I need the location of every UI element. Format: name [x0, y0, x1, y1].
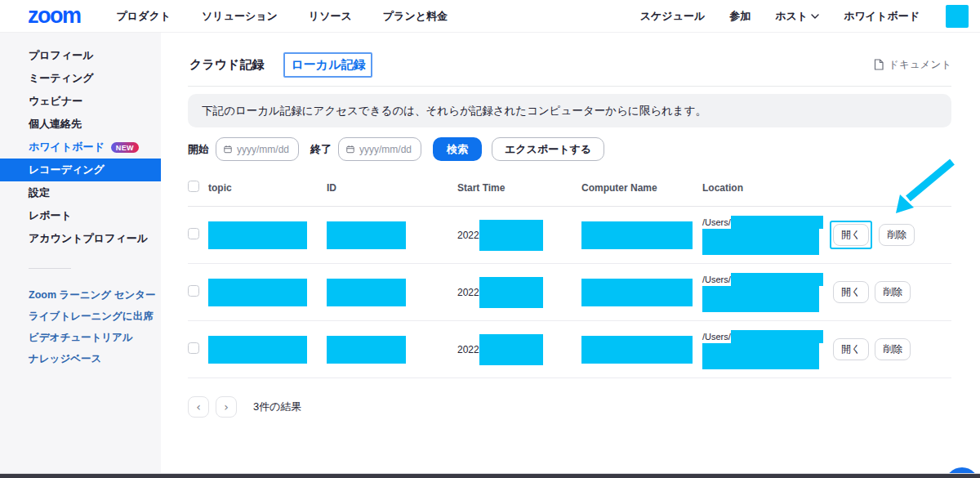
open-button[interactable]: 開く	[833, 224, 869, 246]
nav-whiteboard[interactable]: ホワイトボード	[844, 9, 920, 24]
link-learning-center[interactable]: Zoom ラーニング センター	[0, 284, 161, 305]
sidebar-item-contacts[interactable]: 個人連絡先	[0, 113, 161, 136]
tabs-underline	[188, 86, 951, 87]
nav-host[interactable]: ホスト	[775, 9, 819, 24]
table-row: 2022 /Users/ 開く	[188, 207, 951, 264]
redacted-start-time	[479, 334, 543, 365]
nav-host-label: ホスト	[775, 9, 808, 24]
document-icon	[874, 59, 884, 70]
sidebar-divider	[29, 268, 71, 269]
sidebar-item-label: プロフィール	[29, 48, 94, 63]
row-checkbox[interactable]	[188, 228, 199, 239]
filter-bar: 開始 終了 検索 エクス	[188, 137, 951, 161]
bottom-edge-bar	[0, 473, 980, 478]
sidebar-item-meetings[interactable]: ミーティング	[0, 67, 161, 90]
sidebar-item-webinars[interactable]: ウェビナー	[0, 90, 161, 113]
sidebar-item-account-profile[interactable]: アカウントプロフィール	[0, 227, 161, 250]
sidebar-item-reports[interactable]: レポート	[0, 204, 161, 227]
open-button[interactable]: 開く	[833, 281, 869, 303]
avatar[interactable]	[946, 5, 969, 28]
redacted-location	[702, 286, 819, 312]
row-checkbox[interactable]	[188, 285, 199, 297]
open-button-highlight: 開く	[830, 221, 872, 249]
nav-resources[interactable]: リソース	[309, 9, 352, 24]
redacted-computer-name	[581, 336, 693, 364]
calendar-icon	[346, 144, 354, 154]
end-date-field[interactable]	[359, 144, 413, 155]
sidebar-item-label: レコーディング	[29, 163, 105, 177]
sidebar-item-label: 設定	[29, 185, 50, 200]
sidebar: プロフィール ミーティング ウェビナー 個人連絡先 ホワイトボード NEW レコ…	[0, 33, 161, 478]
start-date-label: 開始	[188, 142, 209, 157]
column-header-topic: topic	[208, 182, 327, 194]
redacted-topic	[208, 221, 307, 249]
redacted-id	[327, 336, 406, 364]
nav-solutions[interactable]: ソリューション	[202, 9, 278, 24]
sidebar-footer-links: Zoom ラーニング センター ライブトレーニングに出席 ビデオチュートリアル …	[0, 284, 161, 369]
location-prefix: /Users/	[702, 330, 731, 343]
sidebar-item-label: ウェビナー	[29, 94, 82, 109]
nav-schedule[interactable]: スケジュール	[640, 9, 706, 24]
location-prefix: /Users/	[702, 273, 731, 286]
link-video-tutorials[interactable]: ビデオチュートリアル	[0, 326, 161, 347]
location-cell: /Users/	[702, 273, 823, 312]
top-nav-left: プロダクト ソリューション リソース プランと料金	[117, 9, 448, 24]
redacted-location	[731, 330, 823, 343]
sidebar-item-label: アカウントプロフィール	[29, 231, 148, 246]
start-date-input[interactable]	[216, 137, 299, 161]
sidebar-item-recordings[interactable]: レコーディング	[0, 159, 161, 181]
select-all-checkbox[interactable]	[188, 181, 199, 192]
redacted-topic	[208, 279, 307, 306]
start-time-prefix: 2022	[457, 287, 479, 298]
end-date-input[interactable]	[338, 137, 421, 161]
search-button[interactable]: 検索	[433, 137, 482, 161]
sidebar-item-label: ホワイトボード	[29, 140, 105, 154]
link-knowledge-base[interactable]: ナレッジベース	[0, 347, 161, 369]
redacted-start-time	[479, 220, 543, 251]
table-header: topic ID Start Time Computer Name Locati…	[188, 181, 951, 207]
next-page-button[interactable]: ›	[216, 396, 237, 418]
table-row: 2022 /Users/ 開く 削除	[188, 321, 951, 378]
sidebar-item-label: ミーティング	[29, 71, 94, 86]
recordings-page: クラウド記録 ローカル記録 ドキュメント 下記のローカル記録にアクセスできるのは…	[161, 33, 980, 478]
delete-button[interactable]: 削除	[879, 224, 915, 246]
results-count: 3件の結果	[253, 400, 302, 414]
end-date-label: 終了	[310, 142, 332, 157]
nav-plans-pricing[interactable]: プランと料金	[383, 9, 448, 24]
open-button[interactable]: 開く	[833, 338, 869, 360]
sidebar-item-label: レポート	[29, 208, 72, 223]
start-time-prefix: 2022	[457, 344, 479, 355]
link-live-training[interactable]: ライブトレーニングに出席	[0, 305, 161, 326]
calendar-icon	[224, 144, 232, 154]
local-recordings-table: topic ID Start Time Computer Name Locati…	[188, 181, 951, 378]
nav-products[interactable]: プロダクト	[117, 9, 172, 24]
start-date-field[interactable]	[237, 144, 291, 155]
delete-button[interactable]: 削除	[875, 338, 911, 360]
location-cell: /Users/	[702, 216, 823, 255]
documentation-link[interactable]: ドキュメント	[874, 58, 951, 72]
chevron-down-icon	[811, 14, 819, 19]
documentation-link-label: ドキュメント	[889, 58, 951, 72]
redacted-computer-name	[581, 279, 693, 306]
tab-local-recordings[interactable]: ローカル記録	[283, 52, 372, 78]
tabs-row: クラウド記録 ローカル記録 ドキュメント	[188, 51, 951, 78]
row-checkbox[interactable]	[188, 342, 199, 354]
prev-page-button[interactable]: ‹	[188, 396, 209, 418]
delete-button[interactable]: 削除	[875, 281, 911, 303]
sidebar-item-settings[interactable]: 設定	[0, 181, 161, 204]
redacted-location	[731, 273, 823, 286]
zoom-logo[interactable]: zoom	[28, 3, 81, 29]
sidebar-item-whiteboard[interactable]: ホワイトボード NEW	[0, 136, 161, 159]
start-time-prefix: 2022	[457, 230, 479, 241]
sidebar-item-profile[interactable]: プロフィール	[0, 44, 161, 67]
column-header-computer-name: Computer Name	[581, 182, 702, 194]
tab-cloud-recordings[interactable]: クラウド記録	[188, 53, 265, 77]
location-prefix: /Users/	[702, 216, 731, 229]
column-header-start-time: Start Time	[457, 182, 581, 194]
nav-join[interactable]: 参加	[729, 9, 751, 24]
column-header-id: ID	[327, 182, 457, 194]
redacted-location	[702, 229, 819, 255]
local-recording-notice: 下記のローカル記録にアクセスできるのは、それらが記録されたコンピューターからに限…	[188, 94, 951, 127]
export-button[interactable]: エクスポートする	[492, 137, 604, 161]
redacted-id	[327, 279, 406, 306]
